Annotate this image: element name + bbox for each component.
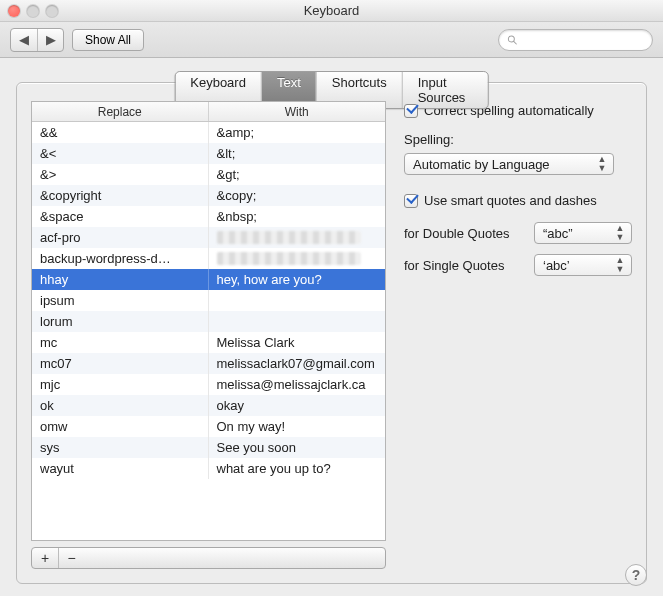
correct-spelling-checkbox[interactable] bbox=[404, 104, 418, 118]
cell-replace[interactable]: &copyright bbox=[32, 185, 209, 206]
forward-button[interactable]: ▶ bbox=[37, 29, 63, 51]
cell-replace[interactable]: mc bbox=[32, 332, 209, 353]
cell-with[interactable]: Melissa Clark bbox=[209, 332, 386, 353]
close-icon[interactable] bbox=[8, 5, 20, 17]
table-row[interactable]: backup-wordpress-d… bbox=[32, 248, 385, 269]
cell-with[interactable]: &lt; bbox=[209, 143, 386, 164]
cell-replace[interactable]: mjc bbox=[32, 374, 209, 395]
table-row[interactable]: acf-pro bbox=[32, 227, 385, 248]
cell-with[interactable]: okay bbox=[209, 395, 386, 416]
window-title: Keyboard bbox=[304, 3, 360, 18]
smart-quotes-row[interactable]: Use smart quotes and dashes bbox=[404, 193, 632, 208]
svg-line-1 bbox=[514, 41, 517, 44]
cell-replace[interactable]: sys bbox=[32, 437, 209, 458]
replacements-table-wrap: Replace With &&&amp;&<&lt;&>&gt;&copyrig… bbox=[31, 101, 386, 569]
table-row[interactable]: &<&lt; bbox=[32, 143, 385, 164]
redacted-content bbox=[217, 252, 361, 265]
table-row[interactable]: &space&nbsp; bbox=[32, 206, 385, 227]
cell-replace[interactable]: ok bbox=[32, 395, 209, 416]
options-pane: Correct spelling automatically Spelling:… bbox=[404, 101, 632, 569]
cell-replace[interactable]: hhay bbox=[32, 269, 209, 290]
single-quotes-select[interactable]: ‘abc’ ▲▼ bbox=[534, 254, 632, 276]
cell-with[interactable]: &copy; bbox=[209, 185, 386, 206]
add-button[interactable]: + bbox=[32, 548, 58, 568]
cell-replace[interactable]: lorum bbox=[32, 311, 209, 332]
spelling-select[interactable]: Automatic by Language ▲▼ bbox=[404, 153, 614, 175]
table-row[interactable]: okokay bbox=[32, 395, 385, 416]
cell-replace[interactable]: wayut bbox=[32, 458, 209, 479]
cell-with[interactable]: melissa@melissajclark.ca bbox=[209, 374, 386, 395]
table-row[interactable]: lorum bbox=[32, 311, 385, 332]
table-header: Replace With bbox=[32, 102, 385, 122]
cell-with[interactable]: See you soon bbox=[209, 437, 386, 458]
col-replace[interactable]: Replace bbox=[32, 102, 209, 121]
table-row[interactable]: wayutwhat are you up to? bbox=[32, 458, 385, 479]
cell-replace[interactable]: acf-pro bbox=[32, 227, 209, 248]
search-input[interactable] bbox=[522, 32, 644, 48]
table-row[interactable]: mcMelissa Clark bbox=[32, 332, 385, 353]
cell-replace[interactable]: &> bbox=[32, 164, 209, 185]
remove-button[interactable]: − bbox=[58, 548, 84, 568]
show-all-button[interactable]: Show All bbox=[72, 29, 144, 51]
spelling-value: Automatic by Language bbox=[413, 157, 550, 172]
double-quotes-label: for Double Quotes bbox=[404, 226, 524, 241]
back-button[interactable]: ◀ bbox=[11, 29, 37, 51]
double-quotes-select[interactable]: “abc” ▲▼ bbox=[534, 222, 632, 244]
table-row[interactable]: mc07melissaclark07@gmail.com bbox=[32, 353, 385, 374]
cell-with[interactable]: &amp; bbox=[209, 122, 386, 143]
cell-replace[interactable]: backup-wordpress-d… bbox=[32, 248, 209, 269]
nav-segment: ◀ ▶ bbox=[10, 28, 64, 52]
chevron-updown-icon: ▲▼ bbox=[613, 256, 627, 274]
table-row[interactable]: &&&amp; bbox=[32, 122, 385, 143]
smart-quotes-checkbox[interactable] bbox=[404, 194, 418, 208]
titlebar: Keyboard bbox=[0, 0, 663, 22]
smart-quotes-label: Use smart quotes and dashes bbox=[424, 193, 597, 208]
single-quotes-value: ‘abc’ bbox=[543, 258, 570, 273]
cell-replace[interactable]: && bbox=[32, 122, 209, 143]
cell-with[interactable]: melissaclark07@gmail.com bbox=[209, 353, 386, 374]
minimize-icon[interactable] bbox=[27, 5, 39, 17]
table-row[interactable]: omwOn my way! bbox=[32, 416, 385, 437]
cell-with[interactable] bbox=[209, 290, 386, 311]
zoom-icon[interactable] bbox=[46, 5, 58, 17]
toolbar: ◀ ▶ Show All bbox=[0, 22, 663, 58]
window-controls bbox=[8, 5, 58, 17]
table-row[interactable]: hhayhey, how are you? bbox=[32, 269, 385, 290]
col-with[interactable]: With bbox=[209, 102, 386, 121]
cell-with[interactable] bbox=[209, 227, 386, 248]
help-button[interactable]: ? bbox=[625, 564, 647, 586]
replacements-table[interactable]: Replace With &&&amp;&<&lt;&>&gt;&copyrig… bbox=[31, 101, 386, 541]
cell-with[interactable] bbox=[209, 248, 386, 269]
redacted-content bbox=[217, 231, 361, 244]
search-field[interactable] bbox=[498, 29, 653, 51]
cell-replace[interactable]: mc07 bbox=[32, 353, 209, 374]
chevron-updown-icon: ▲▼ bbox=[613, 224, 627, 242]
cell-with[interactable]: hey, how are you? bbox=[209, 269, 386, 290]
single-quotes-label: for Single Quotes bbox=[404, 258, 524, 273]
cell-replace[interactable]: &< bbox=[32, 143, 209, 164]
cell-replace[interactable]: ipsum bbox=[32, 290, 209, 311]
double-quotes-value: “abc” bbox=[543, 226, 573, 241]
table-row[interactable]: sysSee you soon bbox=[32, 437, 385, 458]
table-row[interactable]: mjcmelissa@melissajclark.ca bbox=[32, 374, 385, 395]
table-row[interactable]: ipsum bbox=[32, 290, 385, 311]
search-icon bbox=[507, 34, 518, 46]
cell-with[interactable]: On my way! bbox=[209, 416, 386, 437]
table-row[interactable]: &copyright&copy; bbox=[32, 185, 385, 206]
cell-with[interactable] bbox=[209, 311, 386, 332]
cell-with[interactable]: &gt; bbox=[209, 164, 386, 185]
spelling-label: Spelling: bbox=[404, 132, 632, 147]
cell-with[interactable]: &nbsp; bbox=[209, 206, 386, 227]
chevron-updown-icon: ▲▼ bbox=[595, 155, 609, 173]
table-row[interactable]: &>&gt; bbox=[32, 164, 385, 185]
add-remove-segment: + − bbox=[31, 547, 386, 569]
cell-with[interactable]: what are you up to? bbox=[209, 458, 386, 479]
cell-replace[interactable]: &space bbox=[32, 206, 209, 227]
cell-replace[interactable]: omw bbox=[32, 416, 209, 437]
preferences-panel: KeyboardTextShortcutsInput Sources Repla… bbox=[16, 82, 647, 584]
